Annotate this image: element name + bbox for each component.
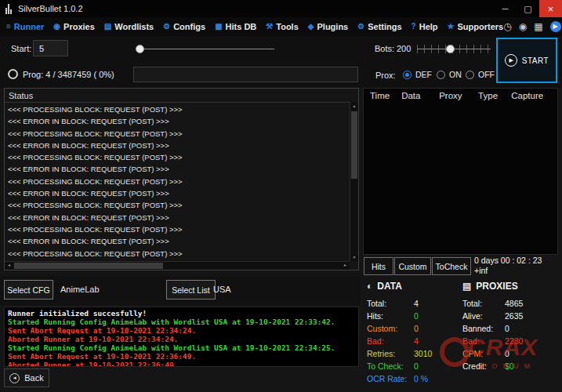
nav-tab-proxies[interactable]: ◉Proxies xyxy=(53,22,94,31)
cpm-value: +inf xyxy=(474,266,559,276)
start-count-input[interactable]: 5 xyxy=(33,40,68,56)
console-line: Sent Abort Request at 19-10-2021 22:34:2… xyxy=(8,326,355,335)
status-log-list: <<< PROCESSING BLOCK: REQUEST (POST) >>>… xyxy=(5,103,349,260)
vscroll-thumb[interactable] xyxy=(351,111,357,179)
nav-tab-settings[interactable]: ⚙Settings xyxy=(357,22,401,31)
window-title: SilverBullet 1.0.2 xyxy=(18,4,83,13)
wordlists-icon: ▤ xyxy=(104,23,111,31)
radio-def[interactable] xyxy=(403,71,412,79)
status-log-line: <<< PROCESSING BLOCK: REQUEST (POST) >>> xyxy=(8,199,349,211)
console-line: Runner initialized succesfully! xyxy=(8,309,355,318)
progress-status-icon xyxy=(8,69,18,79)
start-slider-thumb[interactable] xyxy=(136,45,144,53)
start-slider[interactable] xyxy=(136,45,274,53)
column-time[interactable]: Time xyxy=(370,91,401,100)
status-log-line: <<< ERROR IN BLOCK: REQUEST (POST) >>> xyxy=(8,163,349,175)
start-button[interactable]: ▶ START xyxy=(496,38,557,83)
status-log-line: <<< PROCESSING BLOCK: REQUEST (POST) >>> xyxy=(8,248,349,260)
console-line: Started Running Config AnimeLab with Wor… xyxy=(8,318,355,326)
back-arrow-icon: ◄ xyxy=(9,373,20,383)
nav-utility-icons: ◷ ◉ ▦ ▶ xyxy=(503,21,560,32)
prox-option-def[interactable]: DEF xyxy=(403,70,432,79)
prox-label: Prox: xyxy=(375,71,396,80)
stat-bad: Bad:4 xyxy=(367,335,432,347)
gamepad-icon[interactable]: ▦ xyxy=(534,22,542,31)
select-list-button[interactable]: Select List xyxy=(166,280,216,299)
nav-tab-help[interactable]: ?Help xyxy=(412,22,438,31)
nav-tab-supporters[interactable]: ★Supporters xyxy=(448,22,504,31)
status-log-line: <<< ERROR IN BLOCK: REQUEST (POST) >>> xyxy=(8,140,349,151)
vertical-scrollbar[interactable]: ▲ ▼ xyxy=(350,102,358,261)
tools-icon: ⚒ xyxy=(266,23,273,31)
column-data[interactable]: Data xyxy=(401,91,439,100)
screenshot-icon[interactable]: ◉ xyxy=(519,22,527,31)
maximize-button[interactable]: ▢ xyxy=(517,0,539,17)
stat-tocheck: To Check:0 xyxy=(367,360,432,372)
scroll-down-icon[interactable]: ▼ xyxy=(350,255,358,260)
selected-config-name: AnimeLab xyxy=(60,285,100,294)
nav-tab-wordlists[interactable]: ▤Wordlists xyxy=(104,22,154,31)
radio-on[interactable] xyxy=(437,71,445,79)
nav-tab-tools[interactable]: ⚒Tools xyxy=(266,22,298,31)
tab-tocheck[interactable]: ToCheck xyxy=(432,257,471,275)
proxy-banned: Banned:0 xyxy=(462,322,523,335)
prox-option-on[interactable]: ON xyxy=(437,70,462,79)
prox-option-off[interactable]: OFF xyxy=(466,70,495,79)
column-proxy[interactable]: Proxy xyxy=(439,91,478,100)
status-log-line: <<< ERROR IN BLOCK: REQUEST (POST) >>> xyxy=(8,260,349,260)
horizontal-scrollbar[interactable]: ◄ ► xyxy=(5,261,350,270)
proxy-alive: Alive:2635 xyxy=(462,310,523,322)
tab-hits[interactable]: Hits xyxy=(364,257,393,275)
runner-input-field[interactable] xyxy=(133,67,358,82)
elapsed-timer: 0 days 00 : 02 : 23 +inf xyxy=(474,256,559,276)
console-line: Started Running Config AnimeLab with Wor… xyxy=(8,343,355,352)
silverbullet-window: SilverBullet 1.0.2 ─ ▢ × ≡Runner ◉Proxie… xyxy=(0,0,562,392)
bots-slider[interactable] xyxy=(417,45,491,53)
plugins-icon: ◆ xyxy=(308,23,314,31)
results-table-header: Time Data Proxy Type Capture xyxy=(364,89,557,100)
prog-value: 4 / 3487459 ( 0%) xyxy=(45,70,114,79)
hscroll-thumb[interactable] xyxy=(14,263,163,269)
history-icon[interactable]: ◷ xyxy=(503,22,511,31)
close-button[interactable]: × xyxy=(539,0,562,17)
minimize-button[interactable]: ─ xyxy=(494,0,517,17)
status-log-line: <<< ERROR IN BLOCK: REQUEST (POST) >>> xyxy=(8,187,349,199)
tab-custom[interactable]: Custom xyxy=(394,257,431,275)
scroll-up-icon[interactable]: ▲ xyxy=(350,103,358,108)
proxy-total: Total:4865 xyxy=(462,297,523,310)
proxy-credit: Credit:$0 xyxy=(462,360,523,372)
hitsdb-icon: ▦ xyxy=(215,23,222,31)
scroll-left-icon[interactable]: ◄ xyxy=(7,263,11,267)
data-stats: ◐ DATA Total:4 Hits:0 Custom:0 Bad:4 Ret… xyxy=(367,281,432,385)
settings-icon: ⚙ xyxy=(357,23,364,31)
back-button[interactable]: ◄ Back xyxy=(4,368,49,387)
console-line: Aborted Runner at 19-10-2021 22:36:49. xyxy=(8,361,355,367)
status-log-line: <<< PROCESSING BLOCK: REQUEST (POST) >>> xyxy=(8,176,349,187)
console-line: Aborted Runner at 19-10-2021 22:34:24. xyxy=(8,335,355,343)
nav-tab-hitsdb[interactable]: ▦Hits DB xyxy=(215,22,256,31)
prog-label: Prog: xyxy=(23,70,43,79)
results-table: Time Data Proxy Type Capture xyxy=(363,88,558,255)
select-cfg-button[interactable]: Select CFG xyxy=(4,280,53,299)
status-log-line: <<< ERROR IN BLOCK: REQUEST (POST) >>> xyxy=(8,212,349,223)
runner-console: Runner initialized succesfully! Started … xyxy=(4,307,359,367)
column-capture[interactable]: Capture xyxy=(511,91,557,100)
proxies-stack-icon: ▤ xyxy=(462,281,471,292)
data-stats-header: ◐ DATA xyxy=(367,281,432,292)
nav-tab-configs[interactable]: ⚙Configs xyxy=(163,22,205,31)
proxy-stats-header: ▤ PROXIES xyxy=(462,281,523,292)
selected-wordlist-name: USA xyxy=(213,285,231,294)
column-type[interactable]: Type xyxy=(478,91,511,100)
status-log-line: <<< PROCESSING BLOCK: REQUEST (POST) >>> xyxy=(8,103,349,115)
nav-tab-runner[interactable]: ≡Runner xyxy=(6,22,44,31)
scroll-right-icon[interactable]: ► xyxy=(343,263,347,267)
supporters-icon: ★ xyxy=(448,23,455,31)
proxy-stats: ▤ PROXIES Total:4865 Alive:2635 Banned:0… xyxy=(462,281,523,372)
telegram-icon[interactable]: ▶ xyxy=(550,21,561,32)
status-log-line: <<< PROCESSING BLOCK: REQUEST (POST) >>> xyxy=(8,151,349,163)
title-bar: SilverBullet 1.0.2 ─ ▢ × xyxy=(0,0,562,17)
bots-slider-thumb[interactable] xyxy=(446,45,455,53)
radio-off[interactable] xyxy=(466,71,474,79)
nav-tab-plugins[interactable]: ◆Plugins xyxy=(308,22,348,31)
bots-label: Bots: xyxy=(375,44,394,53)
